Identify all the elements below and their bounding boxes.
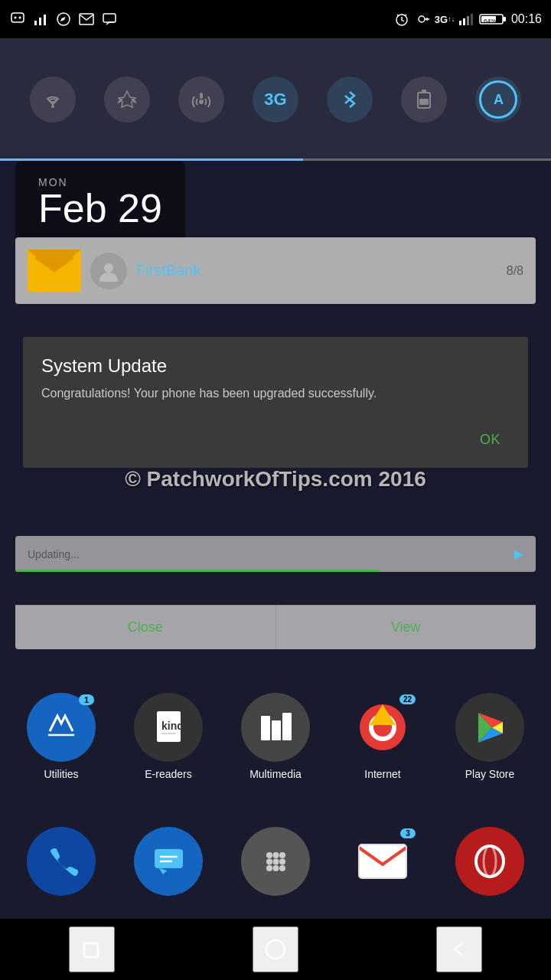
auto-brightness-toggle[interactable]: A [475,77,521,122]
date-number: Feb 29 [38,188,162,228]
battery-toggle[interactable] [401,77,447,122]
signal-icon [458,11,474,28]
svg-rect-11 [459,21,461,25]
view-notification-button[interactable]: View [276,606,536,649]
svg-text:kindle: kindle [161,720,190,732]
network-3g-toggle[interactable]: 3G [253,77,298,122]
playstore-icon[interactable] [455,693,524,762]
qs-progress-bar [0,158,551,161]
status-icons-left [9,11,118,28]
svg-point-26 [104,263,113,273]
system-update-dialog: System Update Congratulations! Your phon… [23,337,528,468]
quick-settings-panel: 3G A [0,38,551,161]
svg-point-19 [51,105,54,108]
utilities-badge: 1 [79,694,94,705]
date-widget: MON Feb 29 [15,161,185,243]
ereaders-app[interactable]: kindle E-readers [122,693,214,780]
apps-row: 1 Utilities kindle E-readers Multimedia [0,685,551,788]
playstore-app[interactable]: Play Store [444,693,536,780]
alarm-icon [393,11,410,28]
svg-rect-8 [103,14,116,22]
svg-rect-40 [155,849,183,868]
back-button[interactable] [436,926,482,972]
internet-label: Internet [364,768,400,780]
wifi-toggle[interactable] [30,77,76,122]
utilities-icon[interactable]: 1 [27,693,96,762]
app-drawer-dock[interactable] [241,827,310,896]
gmail-status-icon [78,11,95,28]
svg-point-57 [266,940,285,959]
gmail-dock[interactable]: 3 [348,827,417,896]
svg-rect-5 [44,15,46,25]
svg-point-43 [266,852,272,858]
internet-badge: 22 [399,694,416,704]
svg-point-45 [279,852,285,858]
notif-play-button[interactable]: ▶ [514,547,523,561]
svg-point-20 [199,100,204,104]
internet-app[interactable]: 22 Internet [337,693,429,780]
svg-rect-13 [467,16,469,25]
phone-dock[interactable] [27,827,96,896]
svg-point-47 [272,858,279,864]
utilities-app[interactable]: 1 Utilities [15,693,107,780]
svg-rect-32 [282,713,292,740]
svg-rect-0 [11,13,24,22]
svg-point-49 [266,865,272,871]
svg-point-44 [272,852,279,858]
notification-app-name: FirstBank [136,262,497,279]
svg-rect-25 [35,256,73,286]
svg-rect-14 [471,14,473,25]
svg-rect-52 [359,844,406,878]
messaging-status-icon [101,11,118,28]
multimedia-icon[interactable] [241,693,310,762]
bbm-icon [9,11,26,28]
svg-rect-12 [463,18,465,25]
dialog-title: System Update [23,337,528,384]
kindle-icon[interactable]: kindle [134,693,203,762]
opera-dock[interactable] [455,827,524,896]
time-display: 00:16 [511,12,542,26]
bluetooth-toggle[interactable] [327,77,373,122]
navigation-bar [0,919,551,980]
watermark: © PatchworkOfTips.com 2016 [0,467,551,492]
svg-text:64%: 64% [484,18,496,24]
svg-rect-7 [80,14,93,24]
gmail-badge: 3 [400,828,416,838]
svg-point-50 [272,865,279,871]
notif-bottom-text: Updating... [28,548,80,560]
svg-rect-31 [272,720,281,740]
notif-progress [15,570,380,572]
firstbank-notification[interactable]: FirstBank 8/8 [15,237,536,304]
notification-bottom-card: Updating... ▶ [15,536,536,572]
svg-rect-4 [39,18,41,25]
battery-icon: 64% [479,11,507,28]
messages-dock[interactable] [134,827,203,896]
home-button[interactable] [253,926,298,972]
multimedia-label: Multimedia [249,768,302,780]
svg-rect-56 [84,943,98,957]
internet-icon[interactable]: 22 [348,693,417,762]
svg-point-54 [476,846,504,877]
multimedia-app[interactable]: Multimedia [230,693,321,780]
close-notification-button[interactable]: Close [15,606,276,649]
svg-rect-17 [503,17,506,21]
dialog-message: Congratulations! Your phone has been upg… [23,384,528,418]
utilities-label: Utilities [44,768,78,780]
status-bar: 3G↑↓ 64% 00:16 [0,0,551,38]
svg-point-1 [15,17,17,19]
svg-point-2 [19,17,21,19]
svg-rect-21 [200,93,203,99]
hotspot-toggle[interactable] [178,77,224,122]
airplane-toggle[interactable] [104,77,150,122]
notification-avatar [90,253,127,289]
svg-rect-23 [422,90,426,93]
whatsapp-icon [55,11,72,28]
svg-rect-3 [34,21,37,25]
recent-apps-button[interactable] [69,926,115,972]
dialog-ok-button[interactable]: OK [465,424,516,456]
svg-point-10 [419,16,425,22]
svg-point-51 [279,865,285,871]
3g-label: 3G [264,90,286,109]
notification-count: 8/8 [507,264,523,278]
dialog-buttons: OK [23,418,528,468]
